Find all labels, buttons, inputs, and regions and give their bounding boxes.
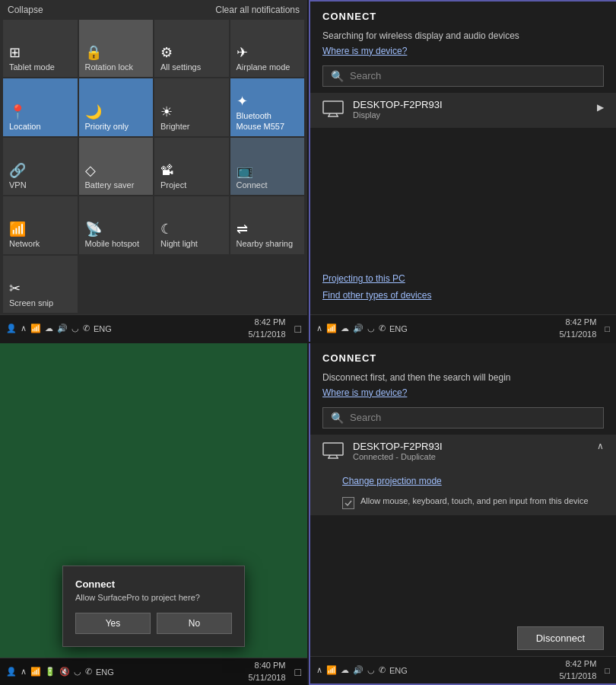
clear-notifications-label[interactable]: Clear all notifications <box>215 5 300 15</box>
tile-network[interactable]: 📶 Network <box>3 196 78 253</box>
device-chevron-icon-1: ▶ <box>597 102 604 113</box>
taskbar-volume-icon[interactable]: 🔊 <box>57 323 68 333</box>
taskbar-people-icon[interactable]: 👤 <box>6 323 17 333</box>
change-projection-link[interactable]: Change projection mode <box>342 476 604 486</box>
tile-airplane-mode[interactable]: ✈ Airplane mode <box>230 20 305 77</box>
tb3-chevron[interactable]: ∧ <box>21 667 27 677</box>
tile-rotation-lock-label: Rotation lock <box>85 62 134 72</box>
tile-bluetooth[interactable]: ✦ Bluetooth Mouse M557 <box>230 78 305 135</box>
tb4-wifi[interactable]: ◡ <box>367 665 375 675</box>
tile-rotation-lock[interactable]: 🔒 Rotation lock <box>79 20 154 77</box>
battery-saver-icon: ◇ <box>85 164 96 177</box>
tile-priority-only-label: Priority only <box>85 122 129 132</box>
tb2-wifi[interactable]: ◡ <box>367 323 375 333</box>
no-label: No <box>189 618 200 629</box>
tile-location[interactable]: 📍 Location <box>3 78 78 135</box>
connect-title-1: CONNECT <box>310 2 616 25</box>
device-item-expanded[interactable]: DESKTOP-F2PR93I Connected - Duplicate ∧ <box>310 435 616 470</box>
dialog-no-button[interactable]: No <box>157 613 232 634</box>
connect-search-box-1[interactable]: 🔍 Search <box>322 65 604 87</box>
tb3-network[interactable]: 📶 <box>30 667 41 677</box>
bluetooth-icon: ✦ <box>237 94 248 108</box>
tb3-notif[interactable]: □ <box>295 666 301 678</box>
tb2-network[interactable]: 📶 <box>326 323 337 333</box>
connect-search-box-4[interactable]: 🔍 Search <box>322 407 604 429</box>
tile-night-light[interactable]: ☾ Night light <box>154 196 229 253</box>
taskbar-cloud-icon[interactable]: ☁ <box>45 323 53 333</box>
tb3-people[interactable]: 👤 <box>6 667 17 677</box>
collapse-label[interactable]: Collapse <box>8 5 43 15</box>
rotation-lock-icon: 🔒 <box>85 46 102 59</box>
tile-brighter-label: Brighter <box>160 122 190 132</box>
tb4-notif[interactable]: □ <box>605 666 610 675</box>
tile-connect[interactable]: 📺 Connect <box>230 138 305 195</box>
device-item-1[interactable]: DESKTOP-F2PR93I Display ▶ <box>310 93 616 128</box>
svg-rect-4 <box>323 443 343 455</box>
taskbar-network-icon[interactable]: 📶 <box>30 323 41 333</box>
tile-connect-label: Connect <box>237 180 268 190</box>
tb2-chevron[interactable]: ∧ <box>316 323 322 333</box>
tile-vpn[interactable]: 🔗 VPN <box>3 138 78 195</box>
tb2-phone[interactable]: ✆ <box>379 323 386 333</box>
tile-nearby-sharing[interactable]: ⇌ Nearby sharing <box>230 196 305 253</box>
tb4-chevron[interactable]: ∧ <box>316 665 322 675</box>
mobile-hotspot-icon: 📡 <box>85 222 102 236</box>
search-icon-4: 🔍 <box>331 412 344 424</box>
taskbar-2: ∧ 📶 ☁ 🔊 ◡ ✆ ENG 8:42 PM 5/11/2018 □ <box>310 314 616 342</box>
tb4-lang: ENG <box>389 666 408 675</box>
tb2-time: 8:42 PM <box>559 317 596 328</box>
panel-quick-actions: Collapse Clear all notifications ⊞ Table… <box>0 0 307 342</box>
connect-dialog: Connect Allow SurfacePro to project here… <box>62 566 245 647</box>
tb3-date-static: 5/11/2018 <box>249 672 286 683</box>
projecting-to-pc-link[interactable]: Projecting to this PC <box>322 273 604 284</box>
tb4-cloud[interactable]: ☁ <box>341 665 349 675</box>
tile-empty-3 <box>230 256 305 313</box>
dialog-yes-button[interactable]: Yes <box>75 613 151 634</box>
screen-snip-icon: ✂ <box>9 282 21 295</box>
tile-screen-snip-label: Screen snip <box>9 298 53 308</box>
connect-device-link-1[interactable]: Where is my device? <box>310 44 616 62</box>
allow-input-row: Allow mouse, keyboard, touch, and pen in… <box>342 492 604 512</box>
find-devices-link[interactable]: Find other types of devices <box>322 290 604 301</box>
tb3-wifi[interactable]: ◡ <box>74 667 81 677</box>
taskbar-date-1: 5/11/2018 <box>249 329 286 340</box>
tile-all-settings[interactable]: ⚙ All settings <box>154 20 229 77</box>
tb3-battery[interactable]: 🔋 <box>45 667 56 677</box>
tile-priority-only[interactable]: 🌙 Priority only <box>79 78 154 135</box>
tile-tablet-mode[interactable]: ⊞ Tablet mode <box>3 20 78 77</box>
taskbar-datetime-3: Connect 8:40 PM 5/11/2018 <box>249 660 286 683</box>
dialog-buttons: Yes No <box>75 613 232 634</box>
panel-connect-connected: CONNECT Disconnect first, and then the s… <box>309 343 616 685</box>
tb4-volume[interactable]: 🔊 <box>353 665 364 675</box>
tb4-phone[interactable]: ✆ <box>379 665 386 675</box>
taskbar-chevron-icon[interactable]: ∧ <box>21 323 27 333</box>
device-expanded-info: DESKTOP-F2PR93I Connected - Duplicate <box>353 441 588 461</box>
tile-battery-saver-label: Battery saver <box>85 180 135 190</box>
tb3-volume-off[interactable]: 🔇 <box>59 667 70 677</box>
allow-input-checkbox[interactable] <box>342 497 354 509</box>
tile-project[interactable]: 📽 Project <box>154 138 229 195</box>
connect-icon: 📺 <box>237 164 253 177</box>
tb4-network[interactable]: 📶 <box>326 665 337 675</box>
tile-mobile-hotspot[interactable]: 📡 Mobile hotspot <box>79 196 154 253</box>
tile-screen-snip[interactable]: ✂ Screen snip <box>3 256 78 313</box>
device-expand-chevron: ∧ <box>597 441 604 451</box>
tb2-cloud[interactable]: ☁ <box>341 323 349 333</box>
connect-device-link-4[interactable]: Where is my device? <box>310 386 616 404</box>
tb2-notif[interactable]: □ <box>605 324 610 333</box>
taskbar-phone-icon[interactable]: ✆ <box>83 323 90 333</box>
tile-empty-2 <box>154 256 229 313</box>
taskbar-notif-icon-1[interactable]: □ <box>295 323 301 335</box>
tile-brighter[interactable]: ☀ Brighter <box>154 78 229 135</box>
display-icon-1 <box>322 100 344 122</box>
tb3-phone[interactable]: ✆ <box>85 667 92 677</box>
tb2-volume[interactable]: 🔊 <box>353 323 364 333</box>
dialog-title: Connect <box>75 578 232 590</box>
connect-spacer-1 <box>310 129 616 266</box>
tile-network-label: Network <box>9 239 40 249</box>
tile-battery-saver[interactable]: ◇ Battery saver <box>79 138 154 195</box>
nearby-sharing-icon: ⇌ <box>237 222 248 236</box>
disconnect-button[interactable]: Disconnect <box>517 626 604 650</box>
taskbar-lang-label[interactable]: ENG <box>94 324 112 333</box>
taskbar-wifi-icon[interactable]: ◡ <box>71 323 79 333</box>
